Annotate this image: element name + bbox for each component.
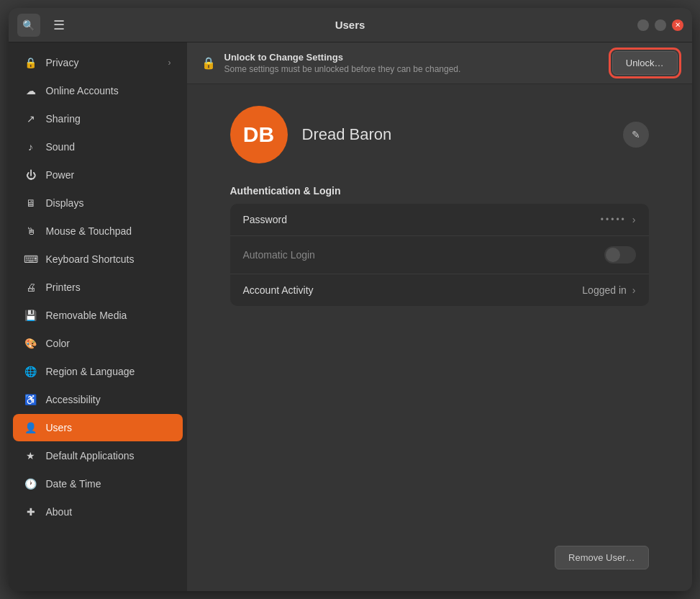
- keyboard-shortcuts-icon: ⌨: [24, 253, 37, 266]
- unlock-text: Unlock to Change Settings Some settings …: [224, 52, 461, 74]
- unlock-bar: 🔒 Unlock to Change Settings Some setting…: [187, 42, 692, 84]
- sidebar-label-displays: Displays: [46, 197, 84, 209]
- online-accounts-icon: ☁: [24, 84, 37, 97]
- lock-icon: 🔒: [201, 56, 216, 70]
- sidebar-item-sharing[interactable]: ↗Sharing: [13, 105, 183, 132]
- color-icon: 🎨: [24, 337, 37, 350]
- sidebar-label-about: About: [46, 506, 73, 518]
- sidebar-item-displays[interactable]: 🖥Displays: [13, 189, 183, 217]
- titlebar: 🔍 ☰ Users ✕: [9, 8, 692, 42]
- sidebar-label-accessibility: Accessibility: [46, 394, 101, 405]
- sidebar-label-removable-media: Removable Media: [46, 310, 127, 321]
- sidebar-item-power[interactable]: ⏻Power: [13, 161, 183, 189]
- sidebar-item-removable-media[interactable]: 💾Removable Media: [13, 302, 183, 329]
- window-title: Users: [335, 19, 365, 31]
- sidebar-label-keyboard-shortcuts: Keyboard Shortcuts: [46, 253, 135, 265]
- minimize-button[interactable]: [637, 19, 649, 31]
- chevron-icon-privacy: ›: [168, 58, 171, 68]
- sidebar-label-date-time: Date & Time: [46, 478, 101, 490]
- sidebar-item-sound[interactable]: ♪Sound: [13, 133, 183, 161]
- unlock-title: Unlock to Change Settings: [224, 52, 461, 63]
- sidebar-label-mouse-touchpad: Mouse & Touchpad: [46, 225, 132, 237]
- default-applications-icon: ★: [24, 449, 37, 462]
- sharing-icon: ↗: [24, 112, 37, 125]
- sidebar-item-date-time[interactable]: 🕐Date & Time: [13, 470, 183, 497]
- window-controls: ✕: [637, 19, 683, 31]
- user-name: Dread Baron: [302, 125, 609, 144]
- removable-media-icon: 💾: [24, 309, 37, 322]
- unlock-bar-left: 🔒 Unlock to Change Settings Some setting…: [201, 52, 461, 74]
- maximize-button[interactable]: [655, 19, 666, 31]
- auth-label-password: Password: [243, 214, 601, 225]
- auth-chevron-password: ›: [632, 214, 636, 225]
- sidebar-label-default-applications: Default Applications: [46, 450, 135, 461]
- menu-button[interactable]: ☰: [47, 14, 71, 37]
- sound-icon: ♪: [24, 140, 37, 153]
- sidebar-item-default-applications[interactable]: ★Default Applications: [13, 442, 183, 469]
- sidebar-label-online-accounts: Online Accounts: [46, 85, 119, 96]
- sidebar-item-printers[interactable]: 🖨Printers: [13, 274, 183, 301]
- sidebar-item-mouse-touchpad[interactable]: 🖱Mouse & Touchpad: [13, 217, 183, 245]
- privacy-icon: 🔒: [24, 56, 37, 69]
- remove-user-button[interactable]: Remove User…: [555, 546, 648, 569]
- avatar: DB: [230, 106, 288, 163]
- sidebar-label-color: Color: [46, 338, 70, 349]
- sidebar-item-region-language[interactable]: 🌐Region & Language: [13, 358, 183, 385]
- user-section: DB Dread Baron ✎ Authentication & Login …: [187, 84, 692, 591]
- users-icon: 👤: [24, 421, 37, 434]
- auth-label-auto-login: Automatic Login: [243, 249, 604, 261]
- sidebar-item-privacy[interactable]: 🔒Privacy›: [13, 49, 183, 76]
- search-button[interactable]: 🔍: [17, 14, 40, 37]
- sidebar-item-online-accounts[interactable]: ☁Online Accounts: [13, 77, 183, 104]
- sidebar-item-about[interactable]: ✚About: [13, 498, 183, 526]
- sidebar: 🔒Privacy›☁Online Accounts↗Sharing♪Sound⏻…: [9, 42, 187, 591]
- titlebar-left: 🔍 ☰: [17, 14, 71, 37]
- settings-window: 🔍 ☰ Users ✕ 🔒Privacy›☁Online Accounts↗Sh…: [9, 8, 692, 591]
- unlock-button[interactable]: Unlock…: [612, 51, 678, 75]
- close-icon: ✕: [675, 21, 681, 29]
- auth-value-account-activity: Logged in: [582, 284, 627, 296]
- sidebar-label-privacy: Privacy: [46, 57, 79, 68]
- auth-dots-password: •••••: [601, 215, 627, 225]
- auth-row-account-activity[interactable]: Account Activity Logged in ›: [230, 274, 649, 306]
- power-icon: ⏻: [24, 168, 37, 181]
- about-icon: ✚: [24, 505, 37, 518]
- printers-icon: 🖨: [24, 281, 37, 294]
- user-header: DB Dread Baron ✎: [230, 106, 649, 163]
- close-button[interactable]: ✕: [672, 19, 683, 31]
- date-time-icon: 🕐: [24, 477, 37, 490]
- sidebar-item-users[interactable]: 👤Users: [13, 414, 183, 441]
- sidebar-label-sharing: Sharing: [46, 113, 81, 125]
- auth-card: Password ••••• › Automatic Login Account…: [230, 204, 649, 306]
- accessibility-icon: ♿: [24, 393, 37, 406]
- unlock-subtitle: Some settings must be unlocked before th…: [224, 64, 461, 74]
- sidebar-item-keyboard-shortcuts[interactable]: ⌨Keyboard Shortcuts: [13, 246, 183, 273]
- sidebar-item-accessibility[interactable]: ♿Accessibility: [13, 386, 183, 413]
- region-language-icon: 🌐: [24, 365, 37, 378]
- sidebar-label-power: Power: [46, 169, 75, 181]
- edit-icon: ✎: [632, 129, 640, 140]
- displays-icon: 🖥: [24, 197, 37, 210]
- auth-row-auto-login: Automatic Login: [230, 236, 649, 274]
- content-area: 🔒Privacy›☁Online Accounts↗Sharing♪Sound⏻…: [9, 42, 692, 591]
- auto-login-toggle[interactable]: [604, 246, 636, 264]
- main-panel: 🔒 Unlock to Change Settings Some setting…: [187, 42, 692, 591]
- sidebar-label-sound: Sound: [46, 141, 75, 153]
- auth-section-title: Authentication & Login: [230, 185, 649, 197]
- sidebar-label-region-language: Region & Language: [46, 366, 135, 377]
- sidebar-item-color[interactable]: 🎨Color: [13, 330, 183, 357]
- auth-chevron-account-activity: ›: [632, 284, 636, 296]
- search-icon: 🔍: [22, 19, 35, 31]
- menu-icon: ☰: [53, 17, 65, 33]
- mouse-touchpad-icon: 🖱: [24, 225, 37, 238]
- sidebar-label-printers: Printers: [46, 282, 81, 293]
- auth-row-password[interactable]: Password ••••• ›: [230, 204, 649, 236]
- auth-label-account-activity: Account Activity: [243, 284, 583, 296]
- sidebar-label-users: Users: [46, 422, 73, 433]
- edit-user-button[interactable]: ✎: [623, 122, 649, 148]
